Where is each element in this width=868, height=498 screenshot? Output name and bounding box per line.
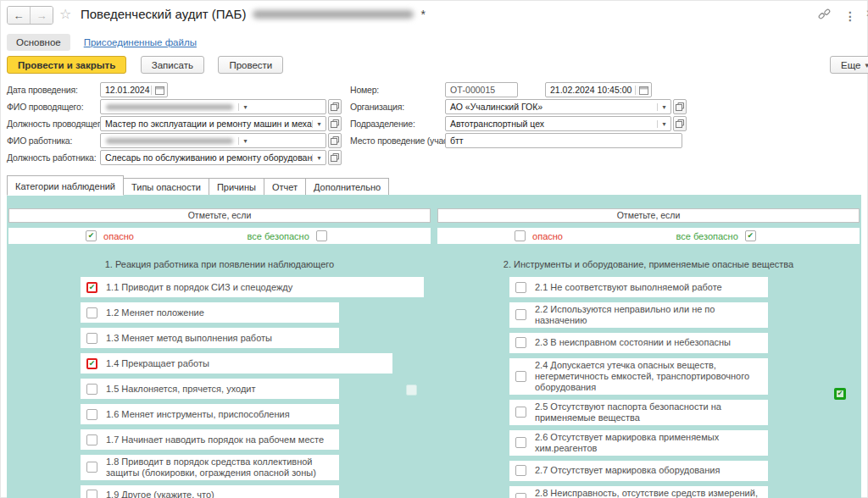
chevron-down-icon[interactable]: ▾ xyxy=(657,120,670,128)
list-item: 1.3 Меняет метод выполнения работы xyxy=(81,328,339,348)
modified-marker: * xyxy=(420,8,425,21)
checkbox-icon[interactable] xyxy=(515,437,526,448)
item-label: 1.4 Прекращает работы xyxy=(106,358,209,369)
open-record-icon[interactable] xyxy=(328,133,342,148)
checkbox-icon[interactable] xyxy=(86,409,97,420)
list-item: 2.8 Неисправность, отсутствие средств из… xyxy=(509,486,768,498)
tab-causes[interactable]: Причины xyxy=(209,178,264,196)
favorite-star-icon[interactable]: ☆ xyxy=(59,7,71,22)
post-button[interactable]: Провести xyxy=(218,56,283,74)
date-input[interactable]: 12.01.2024 xyxy=(101,85,151,95)
tab-main[interactable]: Основное xyxy=(7,34,70,51)
attached-files-link[interactable]: Присоединенные файлы xyxy=(82,34,198,51)
section-2-panel: Отметьте, если опасно все безопасно ✔ 2.… xyxy=(436,195,861,498)
item-detail-field[interactable] xyxy=(339,277,424,297)
all-safe-label: все безопасно xyxy=(676,231,738,241)
save-button[interactable]: Записать xyxy=(141,56,204,74)
list-item: 2.6 Отсутствует маркировка применяемых х… xyxy=(509,430,768,456)
get-link-icon[interactable] xyxy=(818,8,831,24)
forward-button[interactable]: → xyxy=(30,7,53,24)
checkbox-icon[interactable] xyxy=(86,384,97,395)
open-record-icon[interactable] xyxy=(328,150,342,165)
all-safe-checkbox[interactable] xyxy=(316,230,327,241)
back-button[interactable]: ← xyxy=(8,7,30,24)
all-safe-checkbox[interactable]: ✔ xyxy=(745,230,756,241)
checkbox-icon[interactable] xyxy=(86,333,97,344)
post-and-close-button[interactable]: Провести и закрыть xyxy=(7,56,126,74)
checkbox-icon[interactable] xyxy=(515,493,526,498)
danger-checkbox[interactable] xyxy=(515,230,526,241)
more-button[interactable]: Еще ▾ xyxy=(830,56,868,74)
section-status-checkbox[interactable]: ✔ xyxy=(834,384,846,400)
tab-observation-categories[interactable]: Категории наблюдений xyxy=(7,175,124,196)
worker-position-input[interactable]: Слесарь по обслуживанию и ремонту оборуд… xyxy=(101,152,312,163)
tab-additional[interactable]: Дополнительно xyxy=(305,178,389,196)
checkbox-icon[interactable] xyxy=(86,434,97,445)
checkbox-icon[interactable] xyxy=(515,282,526,293)
list-item: 1.9 Другое (укажите, что) xyxy=(81,485,339,498)
auditor-position-label: Должность проводящего: xyxy=(7,119,108,129)
item-label: 1.7 Начинает наводить порядок на рабочем… xyxy=(106,434,324,445)
item-label: 2.7 Отсутствует маркировка оборудования xyxy=(535,465,720,476)
checkbox-icon[interactable] xyxy=(515,337,526,348)
tab-hazard-types[interactable]: Типы опасности xyxy=(123,178,209,196)
item-label: 1.2 Меняет положение xyxy=(106,307,204,318)
calendar-icon[interactable] xyxy=(635,86,651,95)
calendar-icon[interactable] xyxy=(151,86,167,95)
place-input[interactable]: бтт xyxy=(446,136,682,146)
checkbox-icon[interactable] xyxy=(515,309,526,320)
checkbox-icon[interactable] xyxy=(86,307,97,318)
department-input[interactable]: Автотранспортный цех xyxy=(446,119,657,129)
item-label: 2.4 Допускается утечка опасных веществ, … xyxy=(535,360,763,393)
section-status-checkbox[interactable] xyxy=(406,384,417,399)
more-menu-icon[interactable]: ⋮ xyxy=(844,9,856,23)
checkbox-icon[interactable] xyxy=(86,490,97,498)
open-record-icon[interactable] xyxy=(673,99,687,114)
section-1-panel: Отметьте, если ✔ опасно все безопасно 1.… xyxy=(7,195,432,498)
mark-mode-row: ✔ опасно все безопасно xyxy=(8,228,431,244)
date-label: Дата проведения: xyxy=(7,85,78,95)
organization-input[interactable]: АО «Учалинский ГОК» xyxy=(446,102,657,112)
item-label: 1.9 Другое (укажите, что) xyxy=(106,490,214,498)
datetime-input[interactable]: 21.02.2024 10:45:00 xyxy=(546,85,635,95)
number-input[interactable]: ОТ-000015 xyxy=(446,85,517,95)
chevron-down-icon[interactable]: ▾ xyxy=(312,120,326,128)
checkbox-checked-icon[interactable]: ✔ xyxy=(86,358,97,369)
list-item: 1.2 Меняет положение xyxy=(81,302,339,323)
item-detail-field[interactable] xyxy=(339,353,392,374)
auditor-position-input[interactable]: Мастер по эксплуатации и ремонту машин и… xyxy=(101,119,312,129)
checkbox-icon[interactable] xyxy=(515,407,526,418)
checkbox-icon[interactable] xyxy=(86,462,97,473)
mark-if-header: Отметьте, если xyxy=(437,208,860,223)
checkbox-checked-icon[interactable]: ✔ xyxy=(86,282,97,293)
open-record-icon[interactable] xyxy=(328,116,342,131)
chevron-down-icon[interactable]: ▾ xyxy=(657,103,670,111)
chevron-down-icon[interactable]: ▾ xyxy=(312,154,326,162)
item-label: 1.1 Приводит в порядок СИЗ и спецодежду xyxy=(106,282,292,293)
chevron-down-icon[interactable]: ▾ xyxy=(238,103,252,111)
all-safe-label: все безопасно xyxy=(248,231,309,241)
item-label: 1.8 Приводит в порядок средства коллекти… xyxy=(106,456,334,479)
chevron-down-icon: ▾ xyxy=(865,61,868,69)
open-record-icon[interactable] xyxy=(328,99,342,114)
breadcrumb-nav: Основное Присоединенные файлы xyxy=(7,32,198,53)
list-item: 2.5 Отсутствуют паспорта безопасности на… xyxy=(509,400,768,425)
checkbox-icon[interactable] xyxy=(515,465,526,476)
danger-label: опасно xyxy=(532,231,563,241)
organization-label: Организация: xyxy=(350,102,404,112)
list-item: 2.4 Допускается утечка опасных веществ, … xyxy=(509,358,768,395)
tab-report[interactable]: Отчет xyxy=(264,178,306,196)
list-item: ✔ 1.1 Приводит в порядок СИЗ и спецодежд… xyxy=(81,277,339,297)
document-header-form: Дата проведения: 12.01.2024 ФИО проводящ… xyxy=(0,80,868,173)
number-label: Номер: xyxy=(350,85,379,95)
open-record-icon[interactable] xyxy=(673,116,687,131)
forward-icon: → xyxy=(36,9,47,22)
chevron-down-icon[interactable]: ▾ xyxy=(238,137,252,145)
detail-tabs: Категории наблюдений Типы опасности Прич… xyxy=(7,175,388,196)
list-item: 2.1 Не соответствуют выполняемой работе xyxy=(509,277,768,297)
danger-checkbox[interactable]: ✔ xyxy=(86,230,97,241)
list-item: 1.6 Меняет инструменты, приспособления xyxy=(81,404,339,424)
item-label: 1.3 Меняет метод выполнения работы xyxy=(106,333,272,344)
command-bar: Провести и закрыть Записать Провести Еще… xyxy=(7,56,868,76)
checkbox-icon[interactable] xyxy=(515,371,526,382)
